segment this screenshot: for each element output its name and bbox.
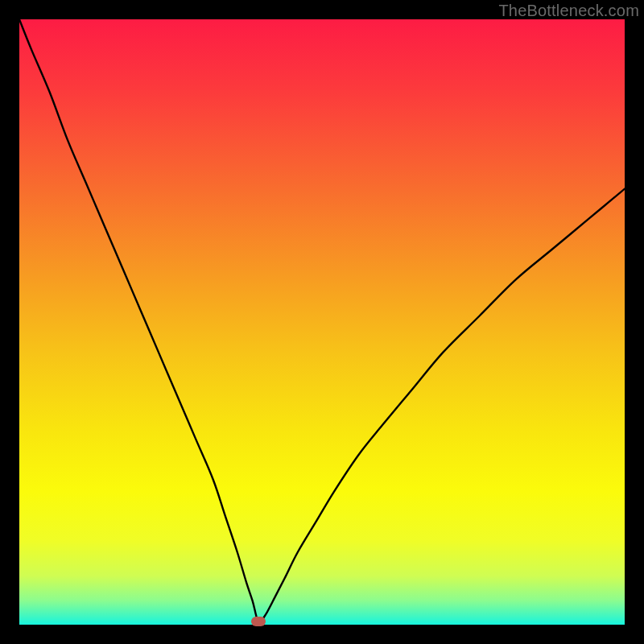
bottleneck-curve [19,19,625,624]
curve-layer [19,19,625,625]
optimum-marker [251,617,266,626]
plot-area [19,19,625,625]
chart-frame [19,19,625,625]
watermark-text: TheBottleneck.com [498,2,639,20]
